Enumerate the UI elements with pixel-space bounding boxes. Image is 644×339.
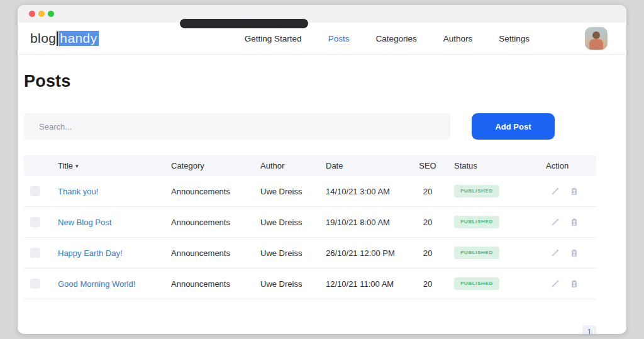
main-content: Posts Add Post Title▾ Category Author Da…	[18, 72, 626, 334]
browser-window: bloghandy Getting Started Posts Categori…	[18, 5, 626, 334]
delete-post-icon[interactable]	[570, 218, 579, 226]
nav-item-posts[interactable]: Posts	[328, 34, 350, 43]
close-window-icon[interactable]	[29, 11, 35, 17]
search-input[interactable]	[24, 113, 450, 140]
app-navbar: bloghandy Getting Started Posts Categori…	[18, 23, 626, 55]
edit-post-icon[interactable]	[551, 248, 560, 257]
logo-text-highlighted: handy	[58, 31, 98, 46]
user-avatar[interactable]	[585, 27, 608, 50]
posts-table: Title▾ Category Author Date SEO Status A…	[24, 155, 596, 299]
sort-caret-icon: ▾	[75, 163, 79, 169]
delete-post-icon[interactable]	[570, 279, 579, 288]
table-header-row: Title▾ Category Author Date SEO Status A…	[24, 155, 596, 176]
status-badge: PUBLISHED	[454, 216, 499, 228]
zoom-window-icon[interactable]	[48, 11, 54, 17]
edit-post-icon[interactable]	[551, 187, 560, 196]
nav-item-getting-started[interactable]: Getting Started	[245, 34, 302, 43]
post-date: 14/10/21 3:00 AM	[326, 187, 401, 196]
post-date: 26/10/21 12:00 PM	[326, 248, 401, 258]
post-author: Uwe Dreiss	[260, 279, 326, 289]
logo-text-prefix: blog	[30, 31, 56, 46]
post-title-link[interactable]: Good Morning World!	[58, 279, 171, 289]
column-header-date: Date	[326, 161, 401, 170]
post-category: Announcements	[171, 279, 260, 289]
post-seo-score: 20	[401, 279, 454, 289]
delete-post-icon[interactable]	[570, 187, 579, 196]
post-author: Uwe Dreiss	[260, 218, 326, 227]
post-category: Announcements	[171, 248, 260, 258]
posts-toolbar: Add Post	[24, 113, 596, 140]
window-titlebar	[18, 5, 626, 23]
row-actions	[546, 279, 596, 288]
page-title: Posts	[24, 72, 626, 91]
avatar-person-torso	[589, 39, 603, 50]
avatar-person-head	[592, 31, 600, 39]
post-title-link[interactable]: New Blog Post	[58, 218, 171, 227]
nav-menu: Getting Started Posts Categories Authors…	[245, 27, 608, 50]
post-title-link[interactable]: Thank you!	[58, 187, 171, 196]
column-header-category: Category	[171, 161, 260, 170]
post-date: 12/10/21 11:00 AM	[326, 279, 401, 289]
column-header-title[interactable]: Title▾	[58, 161, 171, 170]
post-author: Uwe Dreiss	[260, 187, 326, 196]
post-date: 19/10/21 8:00 AM	[326, 218, 401, 227]
delete-post-icon[interactable]	[570, 248, 579, 257]
row-checkbox[interactable]	[30, 279, 40, 289]
row-checkbox[interactable]	[30, 248, 40, 258]
screen: bloghandy Getting Started Posts Categori…	[0, 0, 644, 339]
post-seo-score: 20	[401, 187, 454, 196]
row-actions	[546, 218, 596, 226]
column-header-seo: SEO	[401, 161, 454, 170]
nav-item-categories[interactable]: Categories	[375, 34, 416, 43]
edit-post-icon[interactable]	[551, 279, 560, 288]
table-row: New Blog Post Announcements Uwe Dreiss 1…	[24, 207, 596, 238]
add-post-button[interactable]: Add Post	[472, 113, 555, 140]
status-badge: PUBLISHED	[454, 185, 499, 197]
pagination-page-1[interactable]: 1	[582, 325, 596, 334]
row-checkbox[interactable]	[30, 217, 40, 227]
nav-item-settings[interactable]: Settings	[499, 34, 530, 43]
table-row: Thank you! Announcements Uwe Dreiss 14/1…	[24, 176, 596, 207]
table-row: Good Morning World! Announcements Uwe Dr…	[24, 269, 596, 299]
row-actions	[546, 187, 596, 196]
table-row: Happy Earth Day! Announcements Uwe Dreis…	[24, 238, 596, 269]
row-checkbox[interactable]	[30, 186, 40, 196]
minimize-window-icon[interactable]	[38, 11, 45, 17]
post-seo-score: 20	[401, 218, 454, 227]
column-header-author: Author	[260, 161, 326, 170]
bloghandy-logo: bloghandy	[30, 31, 99, 46]
post-title-link[interactable]: Happy Earth Day!	[58, 248, 171, 258]
dark-overlay-bar	[180, 19, 308, 28]
post-author: Uwe Dreiss	[260, 248, 326, 258]
row-actions	[546, 248, 596, 257]
status-badge: PUBLISHED	[454, 277, 499, 290]
status-badge: PUBLISHED	[454, 247, 499, 259]
nav-item-authors[interactable]: Authors	[443, 34, 473, 43]
post-seo-score: 20	[401, 248, 454, 258]
post-category: Announcements	[171, 187, 260, 196]
column-header-status: Status	[454, 161, 546, 170]
table-body: Thank you! Announcements Uwe Dreiss 14/1…	[24, 176, 596, 299]
post-category: Announcements	[171, 218, 260, 227]
pagination: 1	[24, 325, 596, 334]
edit-post-icon[interactable]	[551, 218, 560, 226]
column-header-action: Action	[546, 161, 596, 170]
text-cursor	[57, 31, 58, 46]
